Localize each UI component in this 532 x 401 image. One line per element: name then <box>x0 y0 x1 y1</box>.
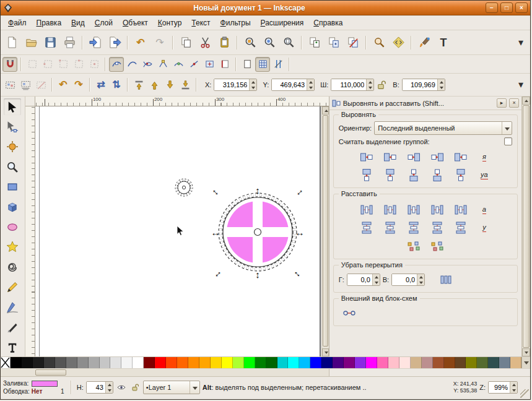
palette-swatch-00ff00[interactable] <box>244 357 255 368</box>
palette-swatch-800080[interactable] <box>344 357 355 368</box>
raise-to-top-button[interactable] <box>131 77 146 92</box>
snap-smooth-nodes-button[interactable] <box>171 57 186 72</box>
unclump-objects-button[interactable] <box>403 238 424 254</box>
save-document-button[interactable] <box>41 33 59 52</box>
snap-bbox-edge-midpoints-button[interactable] <box>71 57 86 72</box>
selection-handle-e[interactable]: ↔ <box>295 228 304 237</box>
step-down-icon[interactable] <box>367 85 373 90</box>
anchor-combobox[interactable]: Последний выделенный <box>374 121 512 135</box>
print-button[interactable] <box>60 33 79 52</box>
zoom-to-page-button[interactable] <box>279 33 298 52</box>
palette-swatch-ffc0cb[interactable] <box>388 357 399 368</box>
export-button[interactable] <box>105 33 124 52</box>
align-right-edges-button[interactable] <box>426 149 448 165</box>
lock-width-height-toggle[interactable] <box>375 77 387 92</box>
maximize-button[interactable]: □ <box>500 2 513 13</box>
layer-visibility-toggle[interactable] <box>116 382 127 393</box>
palette-swatch-c6c6c6[interactable] <box>100 357 111 368</box>
scroll-down-arrow-icon[interactable] <box>522 348 530 356</box>
align-bottoms-button[interactable] <box>426 167 448 183</box>
select-all-layers-button[interactable] <box>18 77 33 92</box>
tool-options-overflow-button[interactable]: ▾ <box>513 77 528 92</box>
rotate-ccw-button[interactable]: ↶ <box>56 77 71 92</box>
height-input[interactable] <box>403 79 437 90</box>
palette-swatch-8b4513[interactable] <box>444 357 455 368</box>
y-input[interactable] <box>272 79 307 90</box>
palette-swatch-654321[interactable] <box>455 357 466 368</box>
palette-swatch-4b0082[interactable] <box>333 357 344 368</box>
scroll-up-arrow-icon[interactable] <box>522 97 530 105</box>
fill-stroke-dialog-button[interactable] <box>415 33 434 52</box>
xml-editor-button[interactable] <box>389 33 408 52</box>
palette-swatch-aaaaaa[interactable] <box>89 357 100 368</box>
distribute-centers-vertically-button[interactable] <box>379 220 401 236</box>
canvas-vertical-scrollbar[interactable] <box>321 106 329 356</box>
palette-swatch-deb887[interactable] <box>510 357 521 368</box>
make-horizontal-gaps-equal-button[interactable] <box>426 202 448 218</box>
palette-swatch-ff4500[interactable] <box>166 357 177 368</box>
step-down-icon[interactable] <box>250 85 256 90</box>
palette-swatch-ff0000[interactable] <box>155 357 166 368</box>
make-vertical-gaps-equal-button[interactable] <box>426 220 448 236</box>
snap-bbox-corners-button[interactable] <box>56 57 71 72</box>
step-up-icon[interactable] <box>367 79 373 85</box>
zoom-to-selection-button[interactable] <box>241 33 259 52</box>
selection-handle-w[interactable]: ↔ <box>211 228 220 237</box>
text-dialog-button[interactable]: T <box>434 33 453 52</box>
overlap-h-input[interactable] <box>347 274 372 285</box>
distribute-right-edges-button[interactable] <box>403 202 424 218</box>
distribute-bottom-edges-button[interactable] <box>403 220 424 236</box>
menu-object[interactable]: Объект <box>118 16 153 30</box>
distribute-vertical-text-anchors-button[interactable] <box>450 220 471 236</box>
tool-pen[interactable] <box>3 298 22 316</box>
stroke-value[interactable]: Нет <box>32 388 58 395</box>
palette-swatch-717171[interactable] <box>66 357 77 368</box>
overlap-v-input[interactable] <box>392 274 417 285</box>
menu-layer[interactable]: Слой <box>90 16 118 30</box>
center-on-horizontal-axis-button[interactable] <box>403 167 424 183</box>
tool-rectangle[interactable] <box>3 178 22 196</box>
dock-scroll-thumb[interactable] <box>523 105 530 348</box>
snap-bbox-button[interactable] <box>25 57 40 72</box>
tool-pencil[interactable] <box>3 278 22 296</box>
fill-stroke-indicator[interactable]: Заливка: Обводка: Нет 1 <box>2 379 66 395</box>
close-button[interactable]: × <box>515 2 528 13</box>
menu-edit[interactable]: Правка <box>32 16 67 30</box>
palette-swatch-ffff00[interactable] <box>222 357 233 368</box>
align-text-baselines-button[interactable]: уа <box>473 167 495 183</box>
palette-swatch-a0522d[interactable] <box>433 357 444 368</box>
layer-lock-toggle[interactable] <box>129 382 141 393</box>
align-left-edges-button[interactable] <box>379 149 401 165</box>
snap-bbox-edges-button[interactable] <box>40 57 55 72</box>
large-gear-object[interactable] <box>220 195 295 269</box>
deselect-button[interactable] <box>33 77 48 92</box>
arrange-connector-network-button[interactable] <box>339 305 360 321</box>
align-right-edges-to-left-of-anchor-button[interactable] <box>355 149 377 165</box>
undo-button[interactable]: ↶ <box>131 33 150 52</box>
small-gear-object[interactable] <box>176 180 191 196</box>
palette-swatch-008000[interactable] <box>255 357 266 368</box>
tool-3dbox[interactable] <box>3 198 22 216</box>
align-tops-button[interactable] <box>379 167 401 183</box>
dock-scrollbar[interactable] <box>521 97 530 356</box>
unlink-clone-button[interactable] <box>344 33 362 52</box>
step-down-icon[interactable] <box>438 85 445 90</box>
raise-button[interactable] <box>147 77 162 92</box>
select-all-button[interactable] <box>2 77 17 92</box>
palette-swatch-e2e2e2[interactable] <box>110 357 121 368</box>
canvas-hscroll-thumb[interactable] <box>35 369 66 376</box>
step-down-icon[interactable] <box>307 85 314 90</box>
toggle-page-border-button[interactable] <box>240 57 255 72</box>
dock-float-button[interactable]: ▸ <box>497 98 507 108</box>
palette-swatch-ffa500[interactable] <box>199 357 211 368</box>
scroll-down-arrow-icon[interactable] <box>322 348 329 356</box>
lower-button[interactable] <box>162 77 177 92</box>
step-up-icon[interactable] <box>417 274 424 280</box>
snap-nodes-button[interactable] <box>109 57 124 72</box>
palette-swatch-383838[interactable] <box>44 357 55 368</box>
snap-paths-button[interactable] <box>124 57 139 72</box>
step-down-icon[interactable] <box>373 280 380 285</box>
palette-swatch-00ffff[interactable] <box>288 357 299 368</box>
dock-close-button[interactable]: × <box>509 98 519 108</box>
distribute-centers-horizontally-button[interactable] <box>379 202 401 218</box>
